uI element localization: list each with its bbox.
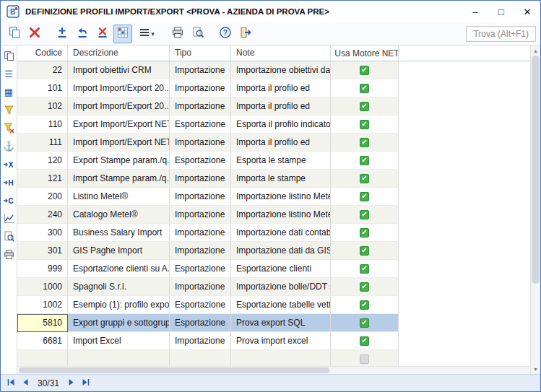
undo-button[interactable] bbox=[73, 25, 92, 43]
tipo-cell[interactable]: Importazione bbox=[170, 61, 231, 79]
note-cell[interactable]: Prova import excel bbox=[231, 332, 331, 350]
tipo-cell[interactable]: Importazione bbox=[170, 170, 231, 188]
usa-motore-net-cell[interactable]: ✔ bbox=[331, 61, 399, 79]
export-h-icon[interactable]: H bbox=[3, 176, 15, 188]
tipo-cell[interactable]: Importazione bbox=[170, 79, 231, 97]
codice-cell[interactable]: 240 bbox=[17, 206, 68, 224]
usa-motore-net-cell[interactable]: ✔ bbox=[331, 332, 399, 350]
note-cell[interactable]: Importazione dati contabili bbox=[231, 224, 331, 242]
checkbox-checked-icon[interactable]: ✔ bbox=[360, 318, 369, 328]
add-button[interactable] bbox=[53, 25, 72, 43]
usa-motore-net-cell[interactable]: ✔ bbox=[331, 188, 399, 206]
checkbox-empty-icon[interactable] bbox=[360, 354, 369, 364]
close-button[interactable]: ✕ bbox=[514, 1, 540, 22]
checkbox-checked-icon[interactable]: ✔ bbox=[360, 174, 369, 183]
tipo-cell[interactable]: Importazione bbox=[170, 206, 231, 224]
checkbox-checked-icon[interactable]: ✔ bbox=[360, 336, 369, 346]
tipo-cell[interactable]: Esportazione bbox=[170, 260, 231, 278]
table-row[interactable]: 1002Esempio (1): profilo expo...Esportaz… bbox=[17, 296, 530, 314]
note-cell[interactable]: Importazione obiettivi da bbox=[231, 61, 331, 79]
descrizione-cell[interactable]: Business Salary Import bbox=[68, 224, 170, 242]
column-header-descrizione[interactable]: Descrizione bbox=[68, 45, 170, 61]
descrizione-cell[interactable]: Listino Metel® bbox=[68, 188, 170, 206]
descrizione-cell[interactable]: Import Import/Export NET bbox=[68, 134, 170, 152]
table-row[interactable]: 120Export Stampe param./q...Esportazione… bbox=[17, 152, 530, 170]
nav-previous-button[interactable] bbox=[20, 377, 32, 389]
codice-cell[interactable]: 1000 bbox=[17, 278, 68, 296]
descrizione-cell[interactable]: Export Stampe param./q... bbox=[68, 152, 170, 170]
codice-cell[interactable]: 111 bbox=[17, 134, 68, 152]
tipo-cell[interactable] bbox=[170, 350, 231, 366]
checkbox-checked-icon[interactable]: ✔ bbox=[360, 120, 369, 129]
codice-cell[interactable]: 200 bbox=[17, 188, 68, 206]
note-cell[interactable]: Importa le stampe bbox=[231, 170, 331, 188]
column-header-usa-motore-net[interactable]: Usa Motore NET bbox=[331, 45, 399, 61]
descrizione-cell[interactable]: Import Stampe param./q... bbox=[68, 170, 170, 188]
print-document-icon[interactable] bbox=[3, 248, 15, 261]
codice-cell[interactable] bbox=[17, 350, 68, 366]
chart-icon[interactable] bbox=[3, 212, 15, 225]
note-cell[interactable] bbox=[231, 350, 331, 366]
checkbox-checked-icon[interactable]: ✔ bbox=[360, 102, 369, 111]
copy-rows-icon[interactable] bbox=[3, 50, 15, 62]
print-preview-button[interactable] bbox=[189, 25, 207, 43]
codice-cell[interactable]: 1002 bbox=[17, 296, 68, 314]
codice-cell[interactable]: 110 bbox=[17, 116, 68, 134]
descrizione-cell[interactable]: Spagnoli S.r.l. bbox=[68, 278, 170, 296]
filter-icon[interactable] bbox=[3, 104, 15, 116]
grid-view-button[interactable] bbox=[113, 25, 132, 43]
copy-button[interactable] bbox=[5, 25, 24, 43]
note-cell[interactable]: Prova export SQL bbox=[231, 314, 331, 332]
tipo-cell[interactable]: Importazione bbox=[170, 97, 231, 116]
note-cell[interactable]: Importazione dati da GIS bbox=[231, 242, 331, 260]
anchor-icon[interactable]: ⚓ bbox=[3, 140, 15, 152]
table-row[interactable]: 301GIS Paghe ImportImportazioneImportazi… bbox=[17, 242, 530, 260]
checkbox-checked-icon[interactable]: ✔ bbox=[360, 156, 369, 165]
usa-motore-net-cell[interactable]: ✔ bbox=[331, 260, 399, 278]
table-icon[interactable]: ▦ bbox=[3, 86, 15, 98]
help-button[interactable]: ? bbox=[216, 25, 235, 43]
horizontal-scrollbar-thumb[interactable] bbox=[19, 367, 329, 373]
descrizione-cell[interactable]: Import Excel bbox=[68, 332, 170, 350]
list-icon[interactable]: ☰ bbox=[3, 68, 15, 80]
checkbox-checked-icon[interactable]: ✔ bbox=[360, 210, 369, 219]
tipo-cell[interactable]: Importazione bbox=[170, 242, 231, 260]
checkbox-checked-icon[interactable]: ✔ bbox=[360, 192, 369, 201]
codice-cell[interactable]: 300 bbox=[17, 224, 68, 242]
table-row[interactable]: 121Import Stampe param./q...Importazione… bbox=[17, 170, 530, 188]
codice-cell[interactable]: 6681 bbox=[17, 332, 68, 350]
note-cell[interactable]: Esporta il profilo indicato ed bbox=[231, 116, 331, 134]
column-header-note[interactable]: Note bbox=[231, 45, 331, 61]
descrizione-cell[interactable]: Export Import/Export NET bbox=[68, 116, 170, 134]
checkbox-checked-icon[interactable]: ✔ bbox=[360, 66, 369, 75]
table-row[interactable]: 110Export Import/Export NETEsportazioneE… bbox=[17, 116, 530, 134]
usa-motore-net-cell[interactable]: ✔ bbox=[331, 224, 399, 242]
print-button[interactable] bbox=[168, 25, 187, 43]
usa-motore-net-cell[interactable]: ✔ bbox=[331, 134, 399, 152]
usa-motore-net-cell[interactable]: ✔ bbox=[331, 97, 399, 116]
codice-cell[interactable]: 5810 bbox=[17, 314, 68, 332]
usa-motore-net-cell[interactable]: ✔ bbox=[331, 170, 399, 188]
usa-motore-net-cell[interactable]: ✔ bbox=[331, 79, 399, 97]
descrizione-cell[interactable]: Import obiettivi CRM bbox=[68, 61, 170, 79]
usa-motore-net-cell[interactable] bbox=[331, 350, 399, 366]
usa-motore-net-cell[interactable]: ✔ bbox=[331, 296, 399, 314]
search-document-icon[interactable] bbox=[3, 230, 15, 243]
descrizione-cell[interactable] bbox=[68, 350, 170, 366]
table-row[interactable]: 200Listino Metel®ImportazioneImportazion… bbox=[17, 188, 530, 206]
checkbox-checked-icon[interactable]: ✔ bbox=[360, 246, 369, 256]
note-cell[interactable]: Importa il profilo ed bbox=[231, 134, 331, 152]
usa-motore-net-cell[interactable]: ✔ bbox=[331, 314, 399, 332]
note-cell[interactable]: Importazione listino Metel® bbox=[231, 206, 331, 224]
cancel-button[interactable] bbox=[93, 25, 112, 43]
note-cell[interactable]: Importa il profilo ed bbox=[231, 79, 331, 97]
usa-motore-net-cell[interactable]: ✔ bbox=[331, 152, 399, 170]
menu-button[interactable]: ▾ bbox=[134, 25, 160, 43]
column-header-codice[interactable]: Codice bbox=[17, 45, 68, 61]
table-row[interactable]: 6681Import ExcelImportazioneProva import… bbox=[17, 332, 530, 350]
filter-remove-icon[interactable] bbox=[3, 122, 15, 134]
table-row[interactable]: 102Import Import/Export 20...Importazion… bbox=[17, 97, 530, 116]
tipo-cell[interactable]: Importazione bbox=[170, 134, 231, 152]
tipo-cell[interactable]: Esportazione bbox=[170, 314, 231, 332]
vertical-scrollbar[interactable]: ▲ ▼ bbox=[530, 45, 540, 374]
